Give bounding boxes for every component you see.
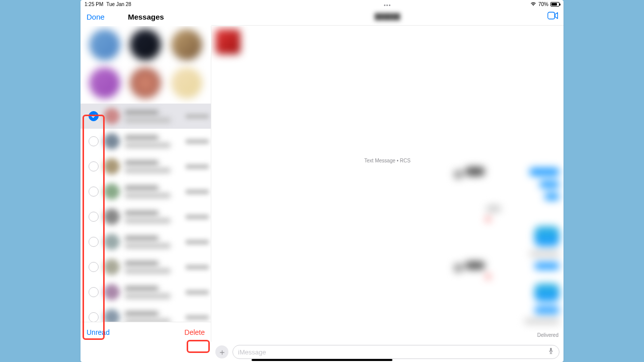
wifi-icon xyxy=(530,2,536,7)
conversation-header[interactable]: ••• ██████ xyxy=(211,8,564,26)
ipad-screen: 1:25 PM Tue Jan 28 70% Done Messages •••… xyxy=(80,0,564,362)
conversation-row[interactable] xyxy=(80,104,211,129)
select-checkbox[interactable] xyxy=(89,212,99,222)
sidebar-header: Done Messages xyxy=(80,8,211,26)
conversation-row[interactable] xyxy=(80,204,211,229)
conversation-preview xyxy=(125,311,186,322)
pinned-contact-3[interactable] xyxy=(171,29,202,60)
conversation-list[interactable] xyxy=(80,104,211,322)
conversation-preview xyxy=(125,286,186,299)
conversation-preview xyxy=(125,110,186,123)
conversation-avatar xyxy=(104,184,120,200)
conversation-row[interactable] xyxy=(80,254,211,280)
pinned-contact-1[interactable] xyxy=(89,29,120,60)
conversation-preview xyxy=(125,261,186,274)
status-date: Tue Jan 28 xyxy=(106,2,131,7)
conversation-time xyxy=(186,114,209,119)
select-checkbox[interactable] xyxy=(89,237,99,247)
sidebar: Unread Delete xyxy=(80,26,211,342)
conversation-avatar xyxy=(104,209,120,225)
select-checkbox[interactable] xyxy=(89,111,99,121)
conversation-time xyxy=(186,315,209,320)
conversation-row[interactable] xyxy=(80,305,211,322)
conversation-avatar xyxy=(104,234,120,250)
svg-rect-1 xyxy=(550,348,551,351)
conversation-row[interactable] xyxy=(80,179,211,204)
conversation-avatar xyxy=(104,133,120,149)
conversation-avatar xyxy=(104,259,120,275)
conversation-avatar xyxy=(104,108,120,124)
sidebar-footer: Unread Delete xyxy=(80,322,211,342)
conversation-preview xyxy=(125,135,186,148)
conversation-avatar xyxy=(104,158,120,174)
conversation-row[interactable] xyxy=(80,229,211,254)
conversation-time xyxy=(186,265,209,269)
pinned-grid xyxy=(80,26,211,104)
chat-bubbles xyxy=(454,167,559,329)
conversation-avatar xyxy=(104,309,120,322)
battery-pct: 70% xyxy=(538,2,548,7)
status-bar: 1:25 PM Tue Jan 28 70% xyxy=(80,0,564,8)
microphone-icon[interactable] xyxy=(548,347,554,356)
attach-button[interactable]: ＋ xyxy=(215,345,228,358)
conversation-avatar xyxy=(104,284,120,300)
conversation-preview xyxy=(125,186,186,198)
shared-media-thumb[interactable] xyxy=(215,29,240,54)
conversation-time xyxy=(186,190,209,194)
sidebar-title: Messages xyxy=(128,13,164,21)
conversation-preview xyxy=(125,236,186,248)
conversation-row[interactable] xyxy=(80,154,211,179)
message-placeholder: iMessage xyxy=(238,348,266,356)
svg-rect-0 xyxy=(548,12,555,19)
conversation-preview xyxy=(125,160,186,173)
home-indicator[interactable] xyxy=(252,359,392,361)
battery-icon xyxy=(550,2,559,7)
conversation-time xyxy=(186,240,209,244)
delete-button[interactable]: Delete xyxy=(185,328,205,336)
select-checkbox[interactable] xyxy=(89,287,99,297)
conversation-time xyxy=(186,164,209,169)
conversation-row[interactable] xyxy=(80,129,211,154)
top-nav: Done Messages ••• ██████ xyxy=(80,8,564,26)
delivered-label: Delivered xyxy=(537,332,558,338)
more-icon[interactable]: ••• xyxy=(384,2,391,8)
select-checkbox[interactable] xyxy=(89,136,99,146)
select-checkbox[interactable] xyxy=(89,312,99,322)
conversation-row[interactable] xyxy=(80,280,211,305)
conversation-time xyxy=(186,290,209,295)
unread-button[interactable]: Unread xyxy=(87,328,110,336)
conversation-time xyxy=(186,215,209,219)
select-checkbox[interactable] xyxy=(89,187,99,197)
contact-name[interactable]: ██████ xyxy=(374,13,400,20)
select-checkbox[interactable] xyxy=(89,161,99,171)
conversation-time xyxy=(186,139,209,144)
conversation-view[interactable]: Text Message • RCS Delivered xyxy=(211,26,564,342)
status-time: 1:25 PM xyxy=(85,2,103,7)
pinned-contact-5[interactable] xyxy=(130,67,161,99)
select-checkbox[interactable] xyxy=(89,262,99,272)
conversation-preview xyxy=(125,211,186,223)
pinned-contact-2[interactable] xyxy=(130,29,161,60)
pinned-contact-6[interactable] xyxy=(171,67,202,99)
facetime-button[interactable] xyxy=(547,12,558,22)
pinned-contact-4[interactable] xyxy=(89,67,120,99)
message-input[interactable]: iMessage xyxy=(232,345,559,359)
done-button[interactable]: Done xyxy=(87,13,105,21)
content-split: Unread Delete Text Message • RCS xyxy=(80,26,564,342)
message-type-label: Text Message • RCS xyxy=(364,158,411,163)
